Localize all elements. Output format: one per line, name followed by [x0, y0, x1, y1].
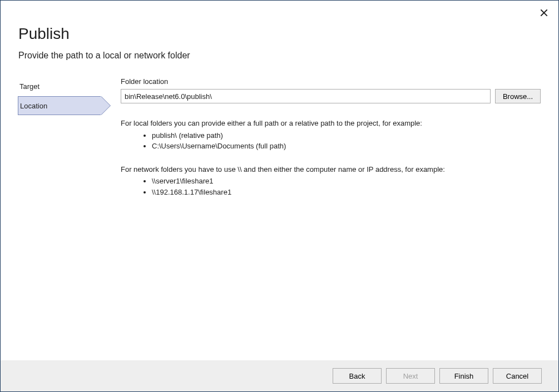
dialog-footer: Back Next Finish Cancel [1, 360, 558, 391]
help-text: For local folders you can provide either… [121, 118, 541, 197]
folder-location-row: Browse... [121, 89, 541, 103]
browse-button[interactable]: Browse... [495, 89, 541, 103]
help-local-example: C:\Users\Username\Documents (full path) [152, 141, 541, 152]
close-icon[interactable] [540, 8, 548, 17]
finish-button[interactable]: Finish [439, 368, 488, 384]
wizard-main: Folder location Browse... For local fold… [101, 77, 541, 328]
dialog-body: Target Location Folder location Browse..… [1, 61, 558, 328]
sidebar-item-target[interactable]: Target [18, 77, 101, 96]
help-network-example: \\server1\fileshare1 [152, 176, 541, 187]
sidebar-item-label: Location [20, 102, 47, 110]
help-local-example: publish\ (relative path) [152, 130, 541, 141]
folder-location-label: Folder location [121, 77, 541, 86]
help-network-example: \\192.168.1.17\fileshare1 [152, 187, 541, 198]
cancel-button[interactable]: Cancel [493, 368, 542, 384]
help-local-list: publish\ (relative path) C:\Users\Userna… [121, 130, 541, 152]
help-network-intro: For network folders you have to use \\ a… [121, 164, 541, 175]
page-title: Publish [18, 25, 541, 43]
page-subtitle: Provide the path to a local or network f… [18, 51, 541, 61]
help-local-intro: For local folders you can provide either… [121, 118, 541, 129]
folder-location-input[interactable] [121, 89, 491, 103]
sidebar-item-label: Target [19, 82, 39, 91]
next-button: Next [386, 368, 435, 384]
sidebar-item-location[interactable]: Location [18, 96, 101, 115]
wizard-sidebar: Target Location [1, 77, 101, 328]
help-network-list: \\server1\fileshare1 \\192.168.1.17\file… [121, 176, 541, 197]
dialog-header: Publish Provide the path to a local or n… [1, 1, 558, 61]
back-button[interactable]: Back [333, 368, 382, 384]
